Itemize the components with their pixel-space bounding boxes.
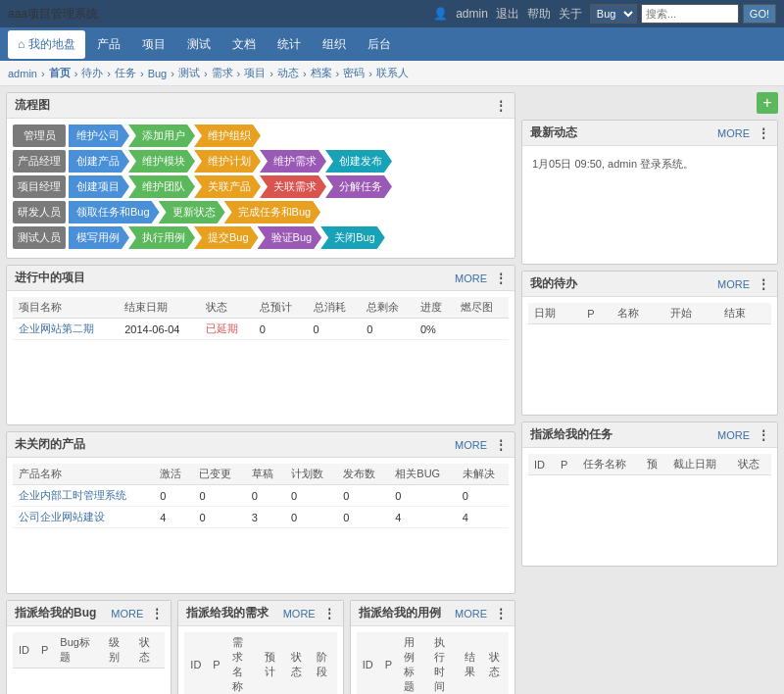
bc-project[interactable]: 项目	[244, 66, 266, 80]
bc-task[interactable]: 任务	[115, 66, 136, 80]
col-case-result: 结果	[459, 632, 484, 694]
app-title: aaa项目管理系统	[8, 6, 98, 23]
main-content: 流程图 ⋮ 管理员 维护公司 添加用户 维护组织 产品经理	[0, 86, 784, 694]
nav-stat[interactable]: 统计	[268, 30, 311, 59]
todo-header: 我的待办 MORE ⋮	[522, 272, 777, 297]
todo-table: 日期 P 名称 开始 结束	[528, 303, 771, 324]
bug-menu-icon[interactable]: ⋮	[151, 607, 163, 620]
bug-more[interactable]: MORE	[111, 608, 143, 620]
bottom-three-col: 指派给我的Bug MORE ⋮ ID P Bug标	[6, 600, 515, 694]
activity-header: 最新动态 MORE ⋮	[522, 121, 777, 146]
task-menu-icon[interactable]: ⋮	[758, 428, 769, 442]
nav-project[interactable]: 项目	[132, 30, 175, 59]
projects-title: 进行中的项目	[15, 270, 85, 286]
project-name-link[interactable]: 企业网站第二期	[19, 322, 94, 334]
todo-more[interactable]: MORE	[717, 278, 750, 290]
bc-files[interactable]: 档案	[311, 66, 332, 80]
demand-more[interactable]: MORE	[283, 608, 316, 620]
topbar-right: 👤 admin 退出 帮助 关于 Bug 任务 需求 GO!	[433, 4, 776, 24]
task-more[interactable]: MORE	[717, 429, 750, 441]
bc-dynamic[interactable]: 动态	[277, 66, 299, 80]
project-progress: 0%	[415, 319, 455, 340]
flow-step: 维护组织	[194, 124, 261, 147]
flow-step: 分解任务	[325, 175, 392, 198]
flow-menu-icon[interactable]: ⋮	[495, 99, 507, 113]
flow-row-qa: 测试人员 模写用例 执行用例 提交Bug 验证Bug 关闭Bug	[13, 226, 509, 249]
bc-test[interactable]: 测试	[178, 66, 200, 80]
flow-step: 更新状态	[159, 201, 225, 223]
flow-title: 流程图	[15, 97, 50, 114]
task-table: ID P 任务名称 预 截止日期 状态	[528, 454, 771, 475]
col-dem-stage: 阶段	[311, 632, 337, 694]
case-title: 指派给我的用例	[359, 605, 441, 621]
add-button[interactable]: +	[757, 92, 778, 114]
task-header: 指派给我的任务 MORE ⋮	[522, 422, 777, 448]
flow-step: 创建发布	[325, 150, 392, 173]
bc-admin[interactable]: admin	[8, 68, 37, 79]
projects-header: 进行中的项目 MORE ⋮	[7, 266, 514, 291]
col-case-title: 用例标题	[398, 632, 428, 694]
flow-step: 领取任务和Bug	[69, 201, 160, 223]
task-panel: 指派给我的任务 MORE ⋮ ID P 任务名称 预	[521, 421, 778, 567]
todo-menu-icon[interactable]: ⋮	[758, 277, 769, 291]
table-row: 企业网站第二期 2014-06-04 已延期 0 0 0 0%	[13, 319, 509, 340]
projects-menu-icon[interactable]: ⋮	[495, 272, 507, 285]
col-dem-id: ID	[184, 632, 207, 694]
about-link[interactable]: 关于	[559, 6, 582, 23]
go-button[interactable]: GO!	[743, 4, 776, 24]
nav-admin[interactable]: 后台	[358, 30, 401, 59]
flow-step: 添加用户	[128, 124, 195, 147]
bc-bug[interactable]: Bug	[148, 68, 168, 79]
flow-step: 验证Bug	[258, 226, 322, 249]
help-link[interactable]: 帮助	[527, 6, 551, 23]
col-bug-title: Bug标题	[54, 632, 102, 669]
task-empty	[528, 475, 771, 554]
flow-step: 提交Bug	[194, 226, 259, 249]
case-more[interactable]: MORE	[455, 608, 487, 620]
col-releases: 发布数	[337, 464, 389, 485]
case-menu-icon[interactable]: ⋮	[495, 607, 507, 620]
bc-demand[interactable]: 需求	[212, 66, 233, 80]
activity-title: 最新动态	[530, 124, 577, 141]
nav-org[interactable]: 组织	[313, 30, 356, 59]
table-row: 企业内部工时管理系统 0 0 0 0 0 0 0	[13, 485, 509, 507]
bc-password[interactable]: 密码	[343, 66, 365, 80]
flow-step: 创建项目	[69, 175, 129, 198]
logout-link[interactable]: 退出	[496, 6, 519, 23]
project-end-date: 2014-06-04	[119, 319, 200, 340]
col-draft: 草稿	[246, 464, 285, 485]
nav-product[interactable]: 产品	[87, 30, 130, 59]
col-total-used: 总消耗	[308, 297, 362, 319]
todo-body: 日期 P 名称 开始 结束	[522, 297, 777, 415]
projects-table: 项目名称 结束日期 状态 总预计 总消耗 总剩余 进度 燃尽图	[13, 297, 509, 340]
activity-menu-icon[interactable]: ⋮	[758, 126, 769, 140]
prod-name-link[interactable]: 公司企业网站建设	[19, 511, 105, 522]
bug-panel: 指派给我的Bug MORE ⋮ ID P Bug标	[6, 600, 172, 694]
nav-doc[interactable]: 文档	[222, 30, 266, 59]
projects-more[interactable]: MORE	[455, 273, 487, 284]
flow-step: 执行用例	[128, 226, 195, 249]
products-more[interactable]: MORE	[455, 439, 487, 451]
bc-home[interactable]: 首页	[49, 66, 71, 80]
projects-empty-space	[13, 340, 509, 419]
col-progress: 进度	[415, 297, 455, 319]
projects-panel: 进行中的项目 MORE ⋮ 项目名称 结束日期 状态 总预计	[6, 265, 515, 425]
todo-header-row: 日期 P 名称 开始 结束	[528, 303, 771, 324]
demand-menu-icon[interactable]: ⋮	[323, 607, 335, 620]
prod-name-link[interactable]: 企业内部工时管理系统	[19, 489, 126, 501]
search-input[interactable]	[641, 4, 739, 24]
activity-more[interactable]: MORE	[717, 127, 750, 139]
search-type-select[interactable]: Bug 任务 需求	[590, 4, 637, 24]
products-menu-icon[interactable]: ⋮	[495, 438, 507, 452]
demand-header-row: ID P 需求名称 预计 状态 阶段	[184, 632, 336, 694]
flow-label-dev: 研发人员	[13, 201, 66, 223]
case-body: ID P 用例标题 执行时间 结果 状态	[351, 626, 514, 694]
nav-home[interactable]: ⌂ 我的地盘	[8, 30, 85, 59]
col-todo-date: 日期	[528, 303, 581, 324]
demand-header: 指派给我的需求 MORE ⋮	[178, 601, 342, 626]
task-title: 指派给我的任务	[530, 426, 612, 443]
bc-contacts[interactable]: 联系人	[376, 66, 409, 80]
bc-todo[interactable]: 待办	[81, 66, 103, 80]
home-icon: ⌂	[18, 37, 24, 51]
nav-test[interactable]: 测试	[177, 30, 220, 59]
